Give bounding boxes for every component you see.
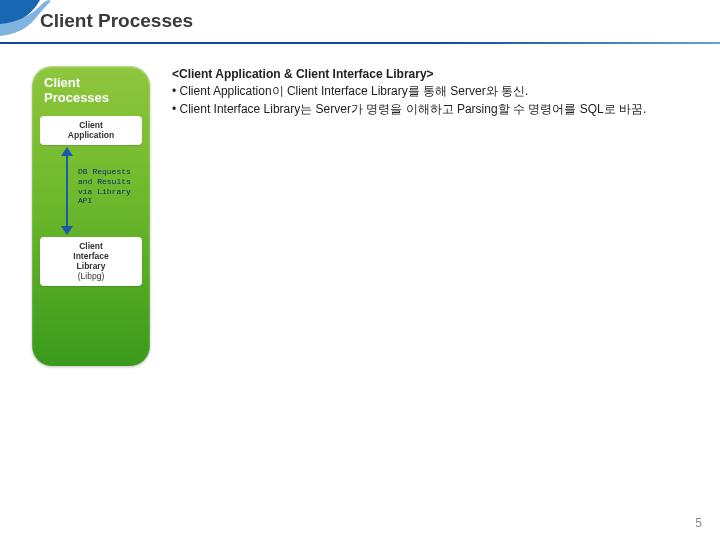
arrow-down-icon xyxy=(61,226,73,235)
slide-header: Client Processes xyxy=(0,0,720,50)
desc-heading: <Client Application & Client Interface L… xyxy=(172,66,700,83)
panel-title: Client Processes xyxy=(40,74,142,114)
client-interface-library-box: Client Interface Library (Libpg) xyxy=(40,237,142,286)
connector: DB Requests and Results via Library API xyxy=(40,145,142,237)
header-underline xyxy=(0,42,720,44)
box-bottom-line4: (Libpg) xyxy=(42,272,140,282)
connector-label: DB Requests and Results via Library API xyxy=(78,167,138,205)
client-application-box: Client Application xyxy=(40,116,142,146)
client-processes-panel: Client Processes Client Application DB R… xyxy=(32,66,150,366)
desc-bullet-2: • Client Interface Library는 Server가 명령을 … xyxy=(172,101,700,118)
panel-title-line1: Client xyxy=(44,75,80,90)
box-top-line2: Application xyxy=(42,131,140,141)
panel-title-line2: Processes xyxy=(44,90,109,105)
desc-bullet-1: • Client Application이 Client Interface L… xyxy=(172,83,700,100)
description: <Client Application & Client Interface L… xyxy=(172,66,700,366)
arrow-line xyxy=(66,153,68,229)
page-number: 5 xyxy=(695,516,702,530)
page-title: Client Processes xyxy=(40,10,193,32)
content-area: Client Processes Client Application DB R… xyxy=(32,66,700,366)
